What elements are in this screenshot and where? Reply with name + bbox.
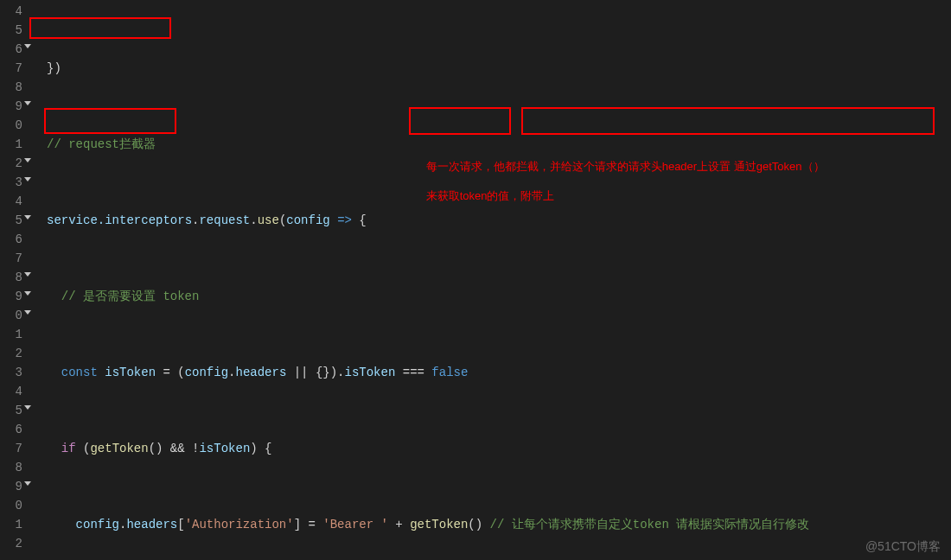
- line-number: 2: [0, 154, 22, 173]
- line-number: 5: [0, 21, 22, 40]
- line-number: 6: [0, 420, 22, 439]
- line-number: 3: [0, 173, 22, 192]
- line-number: 9: [0, 477, 22, 496]
- line-number: 5: [0, 401, 22, 420]
- highlight-box: [29, 17, 171, 39]
- line-number: 0: [0, 496, 22, 515]
- fold-icon[interactable]: [24, 158, 31, 162]
- line-number: 7: [0, 59, 22, 78]
- code-line: }): [47, 59, 951, 78]
- code-area[interactable]: }) // request拦截器 service.interceptors.re…: [31, 0, 951, 560]
- line-number-gutter: 45678901234567890123456789012: [0, 0, 31, 560]
- line-number: 6: [0, 230, 22, 249]
- line-number: 0: [0, 116, 22, 135]
- line-number: 1: [0, 135, 22, 154]
- line-number: 4: [0, 192, 22, 211]
- code-line: config.headers['Authorization'] = 'Beare…: [47, 515, 951, 534]
- fold-icon[interactable]: [24, 177, 31, 181]
- line-number: 1: [0, 325, 22, 344]
- code-editor[interactable]: 45678901234567890123456789012 }) // requ…: [0, 0, 951, 560]
- line-number: 8: [0, 78, 22, 97]
- line-number: 8: [0, 268, 22, 287]
- fold-icon[interactable]: [24, 44, 31, 48]
- line-number: 0: [0, 306, 22, 325]
- code-line: const isToken = (config.headers || {}).i…: [47, 363, 951, 382]
- highlight-box: [44, 108, 176, 134]
- fold-icon[interactable]: [24, 405, 31, 410]
- code-line: if (getToken() && !isToken) {: [47, 439, 951, 458]
- line-number: 7: [0, 249, 22, 268]
- code-line: // 是否需要设置 token: [47, 287, 951, 306]
- highlight-box: [409, 107, 511, 135]
- fold-icon[interactable]: [24, 291, 31, 296]
- line-number: 4: [0, 382, 22, 401]
- line-number: 8: [0, 458, 22, 477]
- line-number: 3: [0, 363, 22, 382]
- annotation-text: 每一次请求，他都拦截，并给这个请求的请求头header上设置 通过getToke…: [407, 144, 825, 218]
- line-number: 9: [0, 287, 22, 306]
- line-number: 2: [0, 344, 22, 363]
- line-number: 1: [0, 515, 22, 534]
- line-number: 5: [0, 211, 22, 230]
- line-number: 4: [0, 2, 22, 21]
- line-number: 6: [0, 40, 22, 59]
- line-number: 7: [0, 439, 22, 458]
- highlight-box: [521, 107, 935, 135]
- line-number: 2: [0, 534, 22, 553]
- fold-icon[interactable]: [24, 310, 31, 315]
- watermark: @51CTO博客: [865, 539, 941, 555]
- fold-icon[interactable]: [24, 481, 31, 486]
- fold-icon[interactable]: [24, 101, 31, 105]
- fold-icon[interactable]: [24, 272, 31, 277]
- fold-icon[interactable]: [24, 215, 31, 220]
- line-number: 9: [0, 97, 22, 116]
